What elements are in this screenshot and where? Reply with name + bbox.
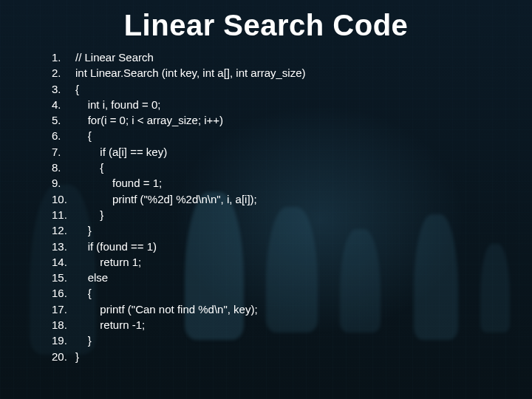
line-number: 4. [52, 97, 75, 112]
code-line: 18. return -1; [52, 317, 532, 332]
code-text: int Linear.Search (int key, int a[], int… [75, 65, 306, 81]
code-line: 14. return 1; [52, 254, 532, 270]
code-line: 1.// Linear Search [52, 50, 532, 65]
code-line: 15. else [52, 270, 532, 285]
code-text: } [75, 349, 79, 364]
code-line: 4. int i, found = 0; [52, 97, 532, 112]
code-line: 13. if (found == 1) [52, 239, 532, 254]
code-line: 2.int Linear.Search (int key, int a[], i… [52, 65, 532, 81]
code-line: 12. } [52, 222, 532, 238]
code-line: 8. { [52, 160, 532, 175]
line-number: 10. [52, 191, 75, 207]
line-number: 1. [52, 50, 75, 65]
code-text: // Linear Search [75, 50, 154, 65]
line-number: 19. [52, 332, 75, 348]
line-number: 18. [52, 317, 75, 332]
code-text: for(i = 0; i < array_size; i++) [75, 112, 223, 128]
code-line: 20.} [52, 349, 532, 364]
code-line: 6. { [52, 128, 532, 143]
code-text: int i, found = 0; [75, 97, 161, 112]
code-text: { [75, 160, 103, 175]
code-line: 3.{ [52, 81, 532, 97]
line-number: 20. [52, 349, 75, 364]
code-line: 17. printf ("Can not find %d\n", key); [52, 301, 532, 317]
code-text: return -1; [75, 317, 145, 332]
code-text: { [75, 285, 92, 301]
code-text: printf ("%2d] %2d\n\n", i, a[i]); [75, 191, 257, 207]
line-number: 13. [52, 239, 75, 254]
code-text: { [75, 128, 92, 143]
line-number: 5. [52, 112, 75, 128]
line-number: 9. [52, 175, 75, 191]
code-text: } [75, 207, 103, 222]
line-number: 2. [52, 65, 75, 81]
code-line: 7. if (a[i] == key) [52, 144, 532, 160]
line-number: 16. [52, 285, 75, 301]
code-line: 5. for(i = 0; i < array_size; i++) [52, 112, 532, 128]
line-number: 6. [52, 128, 75, 143]
code-text: if (a[i] == key) [75, 144, 167, 160]
code-line: 16. { [52, 285, 532, 301]
page-title: Linear Search Code [0, 9, 532, 42]
line-number: 11. [52, 207, 75, 222]
line-number: 17. [52, 301, 75, 317]
code-text: { [75, 81, 79, 97]
code-text: } [75, 332, 92, 348]
code-text: return 1; [75, 254, 141, 270]
line-number: 7. [52, 144, 75, 160]
line-number: 8. [52, 160, 75, 175]
code-listing: 1.// Linear Search2.int Linear.Search (i… [0, 50, 532, 364]
line-number: 3. [52, 81, 75, 97]
code-text: printf ("Can not find %d\n", key); [75, 301, 258, 317]
code-text: if (found == 1) [75, 239, 157, 254]
code-text: else [75, 270, 108, 285]
line-number: 15. [52, 270, 75, 285]
code-line: 9. found = 1; [52, 175, 532, 191]
line-number: 14. [52, 254, 75, 270]
code-line: 19. } [52, 332, 532, 348]
code-text: } [75, 222, 92, 238]
code-line: 10. printf ("%2d] %2d\n\n", i, a[i]); [52, 191, 532, 207]
line-number: 12. [52, 222, 75, 238]
code-line: 11. } [52, 207, 532, 222]
slide: Linear Search Code 1.// Linear Search2.i… [0, 0, 532, 399]
code-text: found = 1; [75, 175, 162, 191]
